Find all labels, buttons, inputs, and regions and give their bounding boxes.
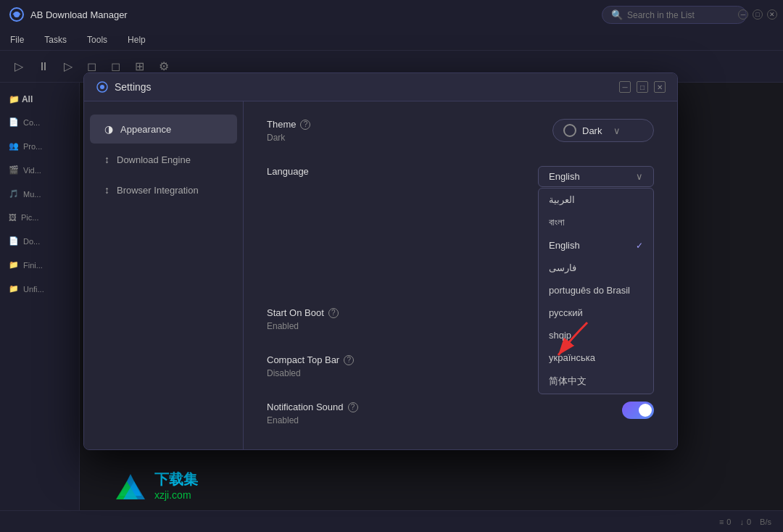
sidebar-all-header: 📁 All <box>0 88 79 110</box>
search-bar[interactable]: 🔍 <box>602 6 747 24</box>
nav-browser-integration-label: Browser Integration <box>117 185 199 196</box>
settings-nav: ◑ Appearance ↕ Download Engine ↕ Browser… <box>84 101 244 449</box>
selected-check-icon: ✓ <box>636 241 643 251</box>
theme-control: Dark ∨ <box>552 119 654 142</box>
app-logo <box>9 7 25 22</box>
sidebar-item-unfinished[interactable]: 📁 Unfi... <box>0 277 79 301</box>
window-controls: ─ □ ✕ <box>738 9 777 20</box>
lang-option-arabic[interactable]: العربية <box>539 188 653 211</box>
menu-bar: File Tasks Tools Help <box>0 29 783 51</box>
notification-sound-toggle[interactable] <box>622 402 654 419</box>
compact-top-bar-help-icon[interactable]: ? <box>344 355 354 365</box>
doc-icon: 📄 <box>9 236 19 246</box>
lang-option-english[interactable]: English ✓ <box>539 234 653 257</box>
nav-browser-integration[interactable]: ↕ Browser Integration <box>90 175 237 204</box>
sidebar: 📁 All 📄 Co... 👥 Pro... 🎬 Vid... 🎵 Mu... … <box>0 83 80 532</box>
lang-option-chinese[interactable]: 简体中文 <box>539 369 653 394</box>
folder-finished-icon: 📁 <box>9 260 19 270</box>
sidebar-item-doc[interactable]: 📄 Do... <box>0 229 79 253</box>
folder-unfinished-icon: 📁 <box>9 284 19 294</box>
language-dropdown[interactable]: English ∨ <box>538 166 654 187</box>
completed-icon: 📄 <box>9 117 19 127</box>
theme-circle-icon <box>563 124 576 137</box>
language-control: English ∨ العربية বাংলা English ✓ <box>538 166 654 187</box>
notification-sound-help-icon[interactable]: ? <box>348 402 358 412</box>
title-bar: AB Download Manager 🔍 ─ □ ✕ <box>0 0 783 29</box>
settings-title-controls: ─ □ ✕ <box>619 81 666 93</box>
status-bar: ≡ 0 ↓ 0 B/s <box>0 510 783 532</box>
toolbar-play[interactable]: ▷ <box>12 57 26 76</box>
close-button[interactable]: ✕ <box>767 9 777 20</box>
settings-minimize-button[interactable]: ─ <box>619 81 631 93</box>
picture-icon: 🖼 <box>9 213 17 222</box>
watermark-chinese: 下载集 <box>154 470 198 489</box>
theme-help-icon[interactable]: ? <box>300 120 310 130</box>
menu-help[interactable]: Help <box>123 32 150 48</box>
settings-body: ◑ Appearance ↕ Download Engine ↕ Browser… <box>84 101 677 449</box>
lang-option-pt-br[interactable]: português do Brasil <box>539 279 653 302</box>
theme-dropdown[interactable]: Dark ∨ <box>552 119 654 142</box>
lang-option-bengali[interactable]: বাংলা <box>539 211 653 234</box>
nav-download-engine-label: Download Engine <box>117 154 191 165</box>
sidebar-item-profile[interactable]: 👥 Pro... <box>0 134 79 158</box>
settings-close-button[interactable]: ✕ <box>654 81 666 93</box>
app-title: AB Download Manager <box>30 9 128 20</box>
appearance-nav-icon: ◑ <box>104 123 113 135</box>
settings-logo-icon <box>96 80 109 93</box>
lang-option-ukrainian[interactable]: українська <box>539 346 653 369</box>
watermark-url: xzji.com <box>154 489 198 501</box>
download-count: 0 <box>747 518 751 526</box>
nav-appearance-label: Appearance <box>120 124 171 135</box>
lang-option-russian[interactable]: русский <box>539 302 653 324</box>
nav-download-engine[interactable]: ↕ Download Engine <box>90 145 237 174</box>
queue-status: ≡ 0 <box>719 518 732 526</box>
menu-tools[interactable]: Tools <box>83 32 112 48</box>
download-icon: ↓ <box>740 518 744 526</box>
start-on-boot-help-icon[interactable]: ? <box>328 308 339 318</box>
profile-icon: 👥 <box>9 141 19 151</box>
sidebar-item-video[interactable]: 🎬 Vid... <box>0 158 79 182</box>
language-row: Language English ∨ العربية বাংলা <box>267 166 654 177</box>
download-engine-nav-icon: ↕ <box>104 154 109 165</box>
browser-integration-nav-icon: ↕ <box>104 184 109 196</box>
theme-row: Theme ? Dark Dark ∨ <box>267 119 654 143</box>
video-icon: 🎬 <box>9 165 19 175</box>
sidebar-item-picture[interactable]: 🖼 Pic... <box>0 206 79 229</box>
sidebar-item-finished[interactable]: 📁 Fini... <box>0 253 79 277</box>
sidebar-item-completed[interactable]: 📄 Co... <box>0 110 79 134</box>
lang-option-farsi[interactable]: فارسی <box>539 257 653 279</box>
notification-sound-label: Notification Sound ? <box>267 402 654 412</box>
queue-icon: ≡ <box>719 518 724 526</box>
lang-option-albanian[interactable]: shqip <box>539 324 653 346</box>
settings-content-area: Theme ? Dark Dark ∨ Language <box>244 101 677 449</box>
queue-count: 0 <box>726 518 731 526</box>
music-icon: 🎵 <box>9 189 19 199</box>
settings-title: Settings <box>115 81 152 93</box>
sidebar-item-music[interactable]: 🎵 Mu... <box>0 182 79 206</box>
theme-value: Dark <box>582 125 602 136</box>
search-icon: 🔍 <box>611 9 623 20</box>
toolbar-pause[interactable]: ⏸ <box>35 57 52 76</box>
speed-value: B/s <box>760 518 771 526</box>
settings-maximize-button[interactable]: □ <box>637 81 648 93</box>
minimize-button[interactable]: ─ <box>738 9 748 20</box>
menu-file[interactable]: File <box>6 32 28 48</box>
language-dropdown-list: العربية বাংলা English ✓ فارسی <box>538 188 654 394</box>
settings-modal: Settings ─ □ ✕ ◑ Appearance ↕ Download E… <box>83 72 678 450</box>
menu-tasks[interactable]: Tasks <box>40 32 71 48</box>
notification-sound-control <box>622 402 654 419</box>
theme-chevron-icon: ∨ <box>613 125 621 136</box>
settings-titlebar: Settings ─ □ ✕ <box>84 73 677 101</box>
download-status: ↓ 0 <box>740 518 751 526</box>
watermark-logo-icon <box>112 467 149 503</box>
svg-point-3 <box>100 85 104 89</box>
toolbar-play2[interactable]: ▷ <box>61 57 75 76</box>
maximize-button[interactable]: □ <box>753 9 763 20</box>
language-chevron-icon: ∨ <box>636 171 643 182</box>
watermark: 下载集 xzji.com <box>112 467 198 503</box>
notification-sound-sublabel: Enabled <box>267 415 654 425</box>
speed-status: B/s <box>760 518 771 526</box>
search-input[interactable] <box>627 10 737 20</box>
notification-sound-row: Notification Sound ? Enabled <box>267 402 654 425</box>
nav-appearance[interactable]: ◑ Appearance <box>90 115 237 144</box>
